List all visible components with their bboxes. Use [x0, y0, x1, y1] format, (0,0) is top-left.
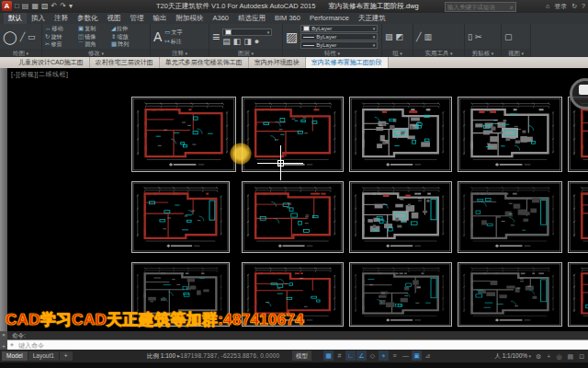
property-dropdown-0[interactable]: ByLayer: [300, 25, 378, 32]
panel-label-clip[interactable]: 剪贴板: [465, 49, 501, 57]
group-icon-1[interactable]: ◩: [396, 32, 404, 41]
layer-icon-0[interactable]: ▤: [222, 37, 231, 46]
drawing-frame-7[interactable]: [349, 181, 452, 253]
layer-dropdown[interactable]: [222, 29, 272, 36]
ribbon-tab-9[interactable]: 精选应用: [233, 13, 270, 24]
cycling-icon[interactable]: ▣: [412, 351, 422, 361]
redo-icon[interactable]: ↷: [60, 1, 66, 11]
workspace-dropdown-icon[interactable]: ▾: [69, 1, 73, 11]
ribbon-tab-6[interactable]: 输出: [149, 13, 172, 24]
panel-label-utils[interactable]: 实用工具: [413, 49, 464, 57]
panel-label-view[interactable]: 视图: [502, 49, 530, 57]
model-space-button[interactable]: 模型: [292, 351, 311, 361]
help-search[interactable]: ⌕: [445, 2, 516, 12]
drawing-frame-0[interactable]: [131, 97, 236, 172]
scale-control[interactable]: 比例 1:100: [147, 351, 179, 361]
annotate-big-icon[interactable]: A: [153, 26, 162, 48]
panel-label-group[interactable]: 组: [382, 49, 413, 57]
isodraft-icon[interactable]: ◇: [368, 351, 378, 361]
drawing-frame-13[interactable]: [458, 262, 562, 327]
app-logo[interactable]: A: [2, 1, 12, 11]
draw-big-icon[interactable]: ◯: [3, 26, 17, 48]
snap-icon[interactable]: ▦: [323, 351, 334, 361]
home-icon[interactable]: ⌂: [546, 2, 549, 11]
open-icon[interactable]: ▤: [22, 1, 29, 11]
clip-icon-1[interactable]: ✂: [475, 32, 482, 41]
layer-big-icon[interactable]: ≡: [212, 26, 220, 48]
ribbon-tab-11[interactable]: Performance: [305, 13, 354, 24]
modify-tool-0[interactable]: ↔移动: [45, 25, 78, 32]
clean-screen-icon[interactable]: ⊡: [578, 351, 585, 362]
property-dropdown-2[interactable]: ByLayer: [300, 41, 378, 49]
ribbon-tab-4[interactable]: 视图: [103, 13, 126, 24]
ribbon-tab-3[interactable]: 参数化: [73, 13, 103, 24]
layer-icon-1[interactable]: ◧: [233, 37, 242, 46]
isolate-icon[interactable]: ◎: [555, 351, 562, 362]
props-big-icon[interactable]: ▨: [286, 26, 298, 48]
annotation-scale-control[interactable]: 人 1:1/100%: [494, 351, 531, 362]
file-tab-0[interactable]: 儿童房设计CAD施工图: [13, 57, 90, 68]
polar-icon[interactable]: ∠: [356, 351, 367, 361]
modify-tool-6[interactable]: ✂修剪: [45, 40, 78, 48]
command-input[interactable]: [17, 341, 588, 350]
annotate-tool-0[interactable]: ▭文字: [164, 29, 182, 36]
drawing-frame-8[interactable]: [458, 181, 562, 253]
command-input-row[interactable]: ⌖: [7, 339, 588, 350]
panel-label-props[interactable]: 特性: [283, 49, 381, 57]
lineweight-icon[interactable]: —: [401, 351, 411, 361]
hardware-icon[interactable]: ▤: [567, 351, 575, 362]
drawing-frame-14[interactable]: [568, 262, 588, 327]
modify-tool-1[interactable]: ▣复制: [78, 25, 111, 32]
undo-icon[interactable]: ↶: [51, 1, 58, 11]
modify-tool-3[interactable]: ↻旋转: [45, 33, 78, 40]
search-input[interactable]: [446, 4, 510, 10]
help-icon[interactable]: ?: [582, 2, 585, 11]
grid-icon[interactable]: #: [334, 351, 345, 361]
utils-icon-1[interactable]: ▥: [424, 32, 432, 41]
utils-icon-0[interactable]: ╱: [416, 32, 421, 41]
layout-tab-0[interactable]: Model: [2, 351, 28, 361]
layer-icon-2[interactable]: ◨: [243, 37, 252, 46]
signin-button[interactable]: 登录: [554, 2, 567, 11]
ribbon-tab-2[interactable]: 注释: [50, 13, 73, 24]
ribbon-tab-8[interactable]: A360: [209, 13, 234, 24]
modify-tool-8[interactable]: ▦阵列: [111, 40, 144, 48]
viewport-controls[interactable]: [-][俯视][二维线框]: [11, 70, 69, 79]
save-icon[interactable]: ▦: [31, 1, 39, 11]
modify-tool-4[interactable]: ◫镜像: [78, 33, 111, 40]
customize-icon[interactable]: +: [2, 343, 6, 349]
drawing-frame-1[interactable]: [242, 97, 344, 172]
view-icon-0[interactable]: ▢: [504, 32, 513, 41]
panel-label-annotate[interactable]: 注释: [151, 49, 209, 57]
linetype-icon[interactable]: ≡: [390, 351, 400, 361]
add-icon[interactable]: +: [546, 351, 551, 362]
ribbon-tab-5[interactable]: 管理: [126, 13, 149, 24]
settings-gear-icon[interactable]: ⚙: [535, 351, 542, 362]
ortho-icon[interactable]: ∟: [345, 351, 356, 361]
panel-label-modify[interactable]: 修改: [42, 49, 150, 57]
annotate-tool-1[interactable]: ↦标注: [164, 38, 182, 45]
ribbon-tab-0[interactable]: 默认: [4, 13, 27, 24]
file-tab-4[interactable]: 室内装修布置施工图阶段: [306, 57, 389, 68]
drawing-frame-2[interactable]: [349, 97, 452, 172]
new-icon[interactable]: □: [15, 1, 19, 11]
modify-tool-7[interactable]: ⌒圆角: [78, 40, 111, 48]
group-icon-0[interactable]: ▧: [385, 32, 393, 41]
ribbon-tab-12[interactable]: 天正建筑: [354, 13, 390, 24]
file-tab-2[interactable]: 单元式多层住宅楼装饰工图: [160, 57, 249, 68]
drawing-canvas[interactable]: [-][俯视][二维线框]: [7, 68, 588, 331]
panel-label-layer[interactable]: 图层: [209, 49, 282, 57]
draw-icon-1[interactable]: ▭: [28, 32, 36, 41]
drawing-frame-5[interactable]: [131, 181, 230, 253]
drawing-frame-6[interactable]: [242, 181, 344, 253]
plot-icon[interactable]: ▧: [41, 1, 49, 11]
draw-icon-0[interactable]: ╱: [20, 32, 25, 41]
modify-tool-2[interactable]: ◢拉伸: [111, 25, 144, 32]
clip-icon-0[interactable]: ▯: [468, 32, 472, 41]
drawing-frame-9[interactable]: [568, 181, 588, 253]
ribbon-tab-10[interactable]: BIM 360: [270, 13, 305, 24]
sync-icon[interactable]: ↻: [571, 2, 577, 11]
modify-tool-5[interactable]: ⇕缩放: [111, 33, 144, 40]
layout-tab-2[interactable]: +: [60, 351, 73, 361]
panel-label-draw[interactable]: 绘图: [0, 49, 41, 57]
